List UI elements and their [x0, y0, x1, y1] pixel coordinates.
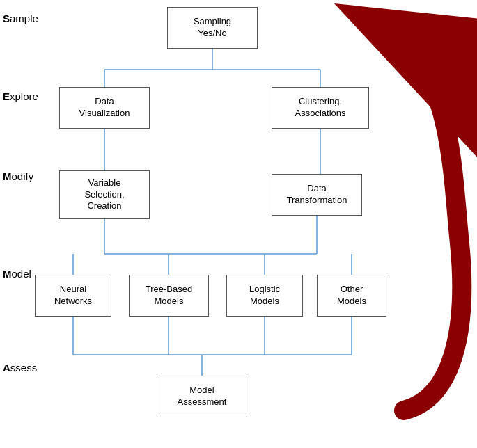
diagram-container: Sample Explore Modify Model Assess Sampl… [0, 0, 477, 448]
data-viz-box: DataVisualization [59, 87, 150, 129]
modify-label: Modify [3, 170, 33, 182]
clustering-box: Clustering,Associations [272, 87, 369, 129]
sample-label: Sample [3, 13, 38, 24]
other-models-box: OtherModels [317, 275, 386, 317]
model-label: Model [3, 268, 31, 280]
sampling-box: SamplingYes/No [167, 7, 258, 49]
model-assess-box: ModelAssessment [157, 376, 247, 417]
logistic-box: LogisticModels [226, 275, 303, 317]
explore-label: Explore [3, 90, 38, 102]
data-transform-box: DataTransformation [272, 174, 362, 216]
neural-box: NeuralNetworks [35, 275, 111, 317]
variable-sel-box: VariableSelection,Creation [59, 170, 150, 219]
tree-based-box: Tree-BasedModels [129, 275, 209, 317]
assess-label: Assess [3, 362, 37, 374]
